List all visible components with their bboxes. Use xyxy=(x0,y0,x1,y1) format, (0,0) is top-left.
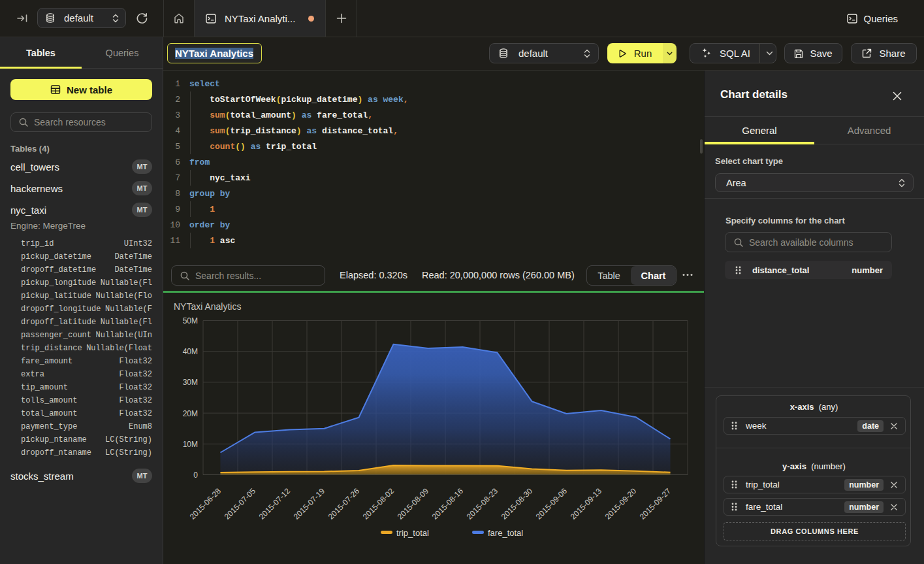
svg-text:20M: 20M xyxy=(183,409,198,418)
svg-text:2015-07-05: 2015-07-05 xyxy=(223,486,258,522)
svg-text:2015-08-09: 2015-08-09 xyxy=(396,486,431,522)
svg-text:fare_total: fare_total xyxy=(488,528,523,538)
svg-text:2015-09-13: 2015-09-13 xyxy=(569,486,604,522)
svg-text:NYTaxi Analytics: NYTaxi Analytics xyxy=(174,301,241,312)
svg-text:2015-07-19: 2015-07-19 xyxy=(292,486,327,522)
svg-text:2015-08-02: 2015-08-02 xyxy=(361,486,396,522)
svg-text:30M: 30M xyxy=(183,378,198,387)
svg-text:40M: 40M xyxy=(183,347,198,356)
svg-text:2015-08-30: 2015-08-30 xyxy=(500,486,535,522)
svg-text:2015-08-16: 2015-08-16 xyxy=(430,486,466,522)
svg-text:2015-06-28: 2015-06-28 xyxy=(188,486,223,522)
svg-text:2015-09-27: 2015-09-27 xyxy=(638,486,673,522)
svg-text:2015-09-06: 2015-09-06 xyxy=(534,486,569,522)
svg-text:2015-09-20: 2015-09-20 xyxy=(603,486,639,522)
svg-text:2015-07-26: 2015-07-26 xyxy=(327,486,362,522)
svg-text:trip_total: trip_total xyxy=(396,528,429,538)
svg-text:10M: 10M xyxy=(183,440,198,449)
svg-text:2015-07-12: 2015-07-12 xyxy=(257,486,293,522)
svg-text:50M: 50M xyxy=(183,316,198,325)
svg-text:2015-08-23: 2015-08-23 xyxy=(465,486,500,522)
svg-text:0: 0 xyxy=(193,471,198,480)
